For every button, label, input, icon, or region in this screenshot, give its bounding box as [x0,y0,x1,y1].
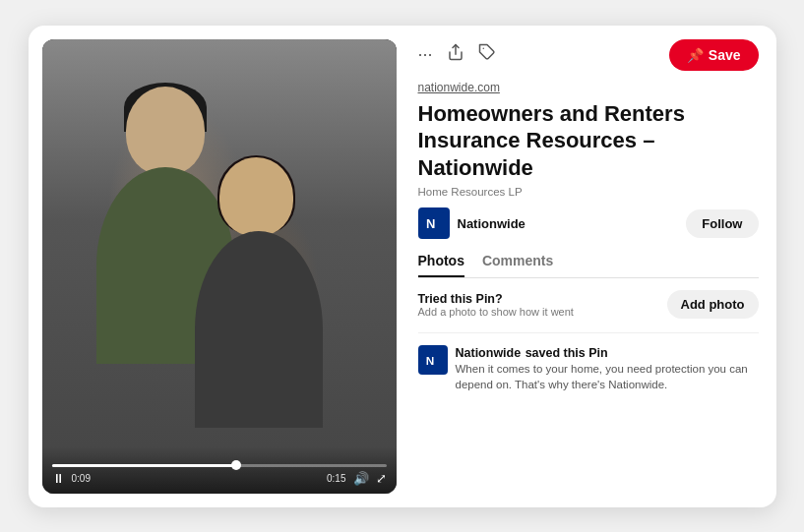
tried-title: Tried this Pin? [418,292,657,306]
account-row: N Nationwide Follow [418,207,759,239]
saved-action: saved this Pin [526,346,608,360]
controls-row: ⏸ 0:09 0:15 🔊 ⤢ [52,471,387,486]
saved-description: When it comes to your home, you need pro… [456,361,759,392]
share-button[interactable] [447,43,464,66]
saved-account-name: Nationwide [456,346,522,360]
video-content: ⏸ 0:09 0:15 🔊 ⤢ [42,39,397,494]
tab-comments[interactable]: Comments [482,253,553,277]
progress-dot [231,460,241,470]
time-current: 0:09 [72,473,91,484]
person2-head [219,157,293,236]
tried-text-block: Tried this Pin? Add a photo to show how … [418,292,657,318]
more-options-button[interactable]: ··· [418,44,433,65]
save-button[interactable]: 📌 Save [669,39,759,71]
saved-text-block: Nationwide saved this Pin When it comes … [456,343,759,392]
pin-detail-card: ⏸ 0:09 0:15 🔊 ⤢ ··· 📌 Sa [29,26,776,507]
pin-icon: 📌 [687,47,704,63]
progress-bar[interactable] [52,464,387,467]
detail-panel: ··· 📌 Save nationwide.com Homeowners and… [397,26,776,507]
tried-row: Tried this Pin? Add a photo to show how … [418,290,759,319]
pin-title: Homeowners and Renters Insurance Resourc… [418,100,759,182]
person2-body [195,231,323,428]
add-photo-button[interactable]: Add photo [667,290,759,319]
video-controls: ⏸ 0:09 0:15 🔊 ⤢ [42,446,397,494]
fullscreen-button[interactable]: ⤢ [376,471,387,486]
svg-text:N: N [426,216,435,231]
account-logo: N [418,207,450,239]
svg-text:N: N [425,354,434,368]
progress-fill [52,464,236,467]
account-name[interactable]: Nationwide [458,216,679,231]
volume-button[interactable]: 🔊 [353,471,369,486]
person1-head [126,87,205,175]
video-panel: ⏸ 0:09 0:15 🔊 ⤢ [42,39,397,494]
tried-subtitle: Add a photo to show how it went [418,306,657,318]
saved-row: N Nationwide saved this Pin When it come… [418,343,759,392]
pin-subtitle: Home Resources LP [418,186,759,198]
time-total: 0:15 [327,473,345,484]
follow-button[interactable]: Follow [686,209,758,238]
pause-button[interactable]: ⏸ [52,471,65,486]
divider [418,332,759,333]
saved-account-logo: N [418,345,448,375]
tab-photos[interactable]: Photos [418,253,464,277]
top-actions: ··· 📌 Save [418,39,759,71]
save-label: Save [709,47,741,63]
tabs-row: Photos Comments [418,253,759,278]
tag-button[interactable] [478,43,496,66]
source-link[interactable]: nationwide.com [418,81,759,94]
